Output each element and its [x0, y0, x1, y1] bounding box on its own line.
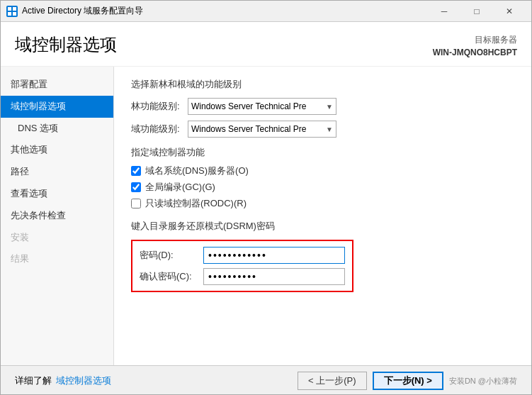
- forest-level-row: 林功能级别: Windows Server Technical Pre ▼: [131, 98, 514, 115]
- svg-rect-3: [13, 12, 16, 16]
- checkbox-rodc[interactable]: [131, 199, 141, 208]
- forest-select[interactable]: Windows Server Technical Pre ▼: [188, 98, 336, 115]
- sidebar: 部署配置 域控制器选项 DNS 选项 其他选项 路径 查看选项 先决条件检查 安…: [1, 67, 114, 365]
- close-button[interactable]: ✕: [493, 1, 526, 22]
- svg-rect-1: [13, 7, 16, 11]
- forest-label: 林功能级别:: [131, 100, 188, 113]
- dc-functions-title: 指定域控制器功能: [131, 146, 514, 159]
- select-section-title: 选择新林和根域的功能级别: [131, 78, 514, 91]
- password-section-title: 键入目录服务还原模式(DSRM)密码: [131, 220, 514, 233]
- sidebar-item-other[interactable]: 其他选项: [1, 139, 113, 161]
- password-highlight-box: 密码(D): 确认密码(C):: [131, 240, 353, 292]
- content-area: 选择新林和根域的功能级别 林功能级别: Windows Server Techn…: [114, 67, 531, 365]
- details-prefix: 详细了解: [15, 374, 52, 387]
- domain-select-value: Windows Server Technical Pre: [191, 124, 307, 134]
- password-label: 密码(D):: [140, 249, 203, 262]
- forest-select-value: Windows Server Technical Pre: [191, 101, 307, 111]
- domain-select-arrow: ▼: [326, 126, 333, 133]
- next-button[interactable]: 下一步(N) >: [373, 372, 443, 390]
- checkbox-gc[interactable]: [131, 182, 141, 192]
- password-row: 密码(D):: [140, 247, 345, 264]
- titlebar-buttons: ─ □ ✕: [428, 1, 526, 22]
- sidebar-item-dc-options[interactable]: 域控制器选项: [1, 96, 113, 118]
- header-right: 目标服务器 WIN-JMQNO8HCBPT: [433, 33, 517, 59]
- checkbox-dns-label: 域名系统(DNS)服务器(O): [145, 165, 249, 177]
- checkbox-gc-row: 全局编录(GC)(G): [131, 181, 514, 194]
- checkbox-dns-row: 域名系统(DNS)服务器(O): [131, 165, 514, 177]
- forest-select-arrow: ▼: [326, 103, 333, 111]
- svg-rect-0: [8, 7, 11, 11]
- header: 域控制器选项 目标服务器 WIN-JMQNO8HCBPT: [1, 22, 531, 67]
- checkbox-rodc-row: 只读域控制器(RODC)(R): [131, 197, 514, 210]
- footer-left: 详细了解 域控制器选项: [15, 374, 111, 387]
- footer-right: < 上一步(P) 下一步(N) > 安装DN @小粒薄荷: [298, 372, 517, 390]
- back-button[interactable]: < 上一步(P): [298, 372, 367, 390]
- minimize-button[interactable]: ─: [428, 1, 460, 22]
- sidebar-item-prereq[interactable]: 先决条件检查: [1, 205, 113, 227]
- details-link[interactable]: 域控制器选项: [56, 374, 111, 387]
- checkbox-dns[interactable]: [131, 166, 141, 176]
- sidebar-item-dns[interactable]: DNS 选项: [1, 118, 113, 140]
- sidebar-item-review[interactable]: 查看选项: [1, 183, 113, 205]
- svg-rect-2: [8, 12, 11, 16]
- titlebar: Active Directory 域服务配置向导 ─ □ ✕: [1, 1, 531, 22]
- sidebar-item-install: 安装: [1, 227, 113, 249]
- titlebar-title: Active Directory 域服务配置向导: [22, 5, 428, 17]
- domain-level-row: 域功能级别: Windows Server Technical Pre ▼: [131, 121, 514, 138]
- target-value: WIN-JMQNO8HCBPT: [433, 46, 517, 59]
- target-label: 目标服务器: [433, 33, 517, 46]
- domain-label: 域功能级别:: [131, 123, 188, 135]
- checkbox-gc-label: 全局编录(GC)(G): [145, 181, 215, 194]
- body: 部署配置 域控制器选项 DNS 选项 其他选项 路径 查看选项 先决条件检查 安…: [1, 67, 531, 365]
- sidebar-item-deploy[interactable]: 部署配置: [1, 74, 113, 96]
- confirm-row: 确认密码(C):: [140, 268, 345, 285]
- domain-select[interactable]: Windows Server Technical Pre ▼: [188, 121, 336, 138]
- app-icon: [6, 6, 18, 17]
- main-container: 域控制器选项 目标服务器 WIN-JMQNO8HCBPT 部署配置 域控制器选项…: [1, 22, 531, 395]
- sidebar-item-result: 结果: [1, 248, 113, 270]
- watermark: 安装DN @小粒薄荷: [449, 376, 517, 386]
- confirm-label: 确认密码(C):: [140, 270, 203, 283]
- checkbox-rodc-label: 只读域控制器(RODC)(R): [145, 197, 247, 210]
- sidebar-item-path[interactable]: 路径: [1, 161, 113, 183]
- password-input[interactable]: [203, 247, 345, 264]
- page-title: 域控制器选项: [15, 33, 117, 56]
- confirm-input[interactable]: [203, 268, 345, 285]
- footer: 详细了解 域控制器选项 < 上一步(P) 下一步(N) > 安装DN @小粒薄荷: [1, 365, 531, 395]
- maximize-button[interactable]: □: [460, 1, 493, 22]
